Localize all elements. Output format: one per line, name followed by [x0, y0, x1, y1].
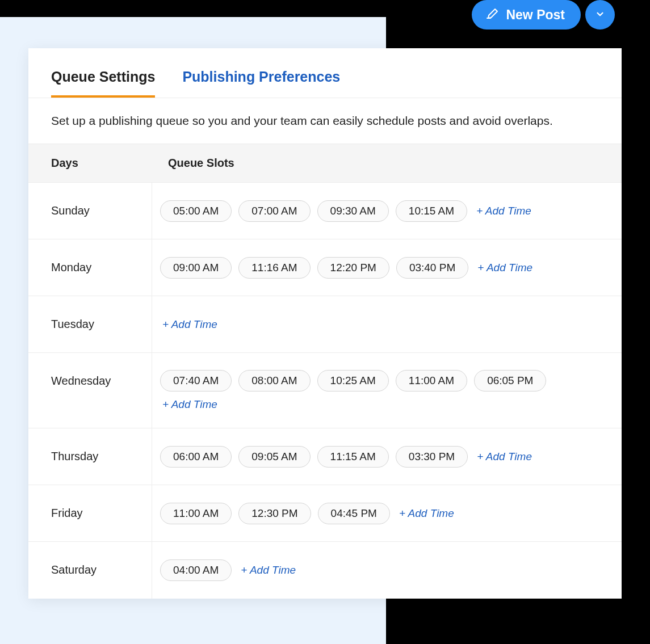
- description-text: Set up a publishing queue so you and you…: [28, 98, 622, 144]
- day-slots: 05:00 AM07:00 AM09:30 AM10:15 AM+ Add Ti…: [152, 183, 622, 239]
- column-header-days: Days: [28, 144, 152, 182]
- day-label: Thursday: [28, 428, 152, 485]
- day-row: Saturday04:00 AM+ Add Time: [28, 542, 622, 599]
- column-header-slots: Queue Slots: [152, 144, 622, 182]
- time-slot-pill[interactable]: 07:40 AM: [160, 370, 232, 392]
- time-slot-pill[interactable]: 11:00 AM: [160, 503, 232, 524]
- day-slots: 09:00 AM11:16 AM12:20 PM03:40 PM+ Add Ti…: [152, 239, 622, 296]
- days-table-body: Sunday05:00 AM07:00 AM09:30 AM10:15 AM+ …: [28, 183, 622, 599]
- day-row: Sunday05:00 AM07:00 AM09:30 AM10:15 AM+ …: [28, 183, 622, 239]
- day-slots: 07:40 AM08:00 AM10:25 AM11:00 AM06:05 PM…: [152, 353, 622, 428]
- time-slot-pill[interactable]: 12:20 PM: [317, 257, 389, 279]
- time-slot-pill[interactable]: 11:00 AM: [396, 370, 467, 392]
- day-label: Friday: [28, 485, 152, 541]
- tab-queue-settings[interactable]: Queue Settings: [51, 69, 155, 98]
- settings-card: Queue Settings Publishing Preferences Se…: [28, 48, 622, 599]
- day-row: Thursday06:00 AM09:05 AM11:15 AM03:30 PM…: [28, 428, 622, 485]
- add-time-link[interactable]: + Add Time: [162, 318, 217, 331]
- pencil-icon: [485, 6, 499, 23]
- time-slot-pill[interactable]: 09:00 AM: [160, 257, 232, 279]
- time-slot-pill[interactable]: 03:40 PM: [396, 257, 468, 279]
- time-slot-pill[interactable]: 08:00 AM: [238, 370, 310, 392]
- time-slot-pill[interactable]: 09:30 AM: [317, 200, 389, 222]
- time-slot-pill[interactable]: 10:25 AM: [317, 370, 389, 392]
- time-slot-pill[interactable]: 03:30 PM: [396, 446, 468, 468]
- time-slot-pill[interactable]: 12:30 PM: [238, 503, 311, 524]
- new-post-label: New Post: [506, 7, 565, 23]
- time-slot-pill[interactable]: 09:05 AM: [238, 446, 310, 468]
- tab-publishing-preferences[interactable]: Publishing Preferences: [182, 69, 340, 98]
- day-label: Wednesday: [28, 353, 152, 428]
- add-time-link[interactable]: + Add Time: [399, 507, 454, 520]
- time-slot-pill[interactable]: 06:05 PM: [474, 370, 546, 392]
- time-slot-pill[interactable]: 11:15 AM: [317, 446, 389, 468]
- time-slot-pill[interactable]: 05:00 AM: [160, 200, 232, 222]
- day-label: Sunday: [28, 183, 152, 239]
- time-slot-pill[interactable]: 11:16 AM: [238, 257, 310, 279]
- time-slot-pill[interactable]: 04:00 AM: [160, 559, 232, 581]
- tabs: Queue Settings Publishing Preferences: [28, 48, 622, 98]
- add-time-link[interactable]: + Add Time: [476, 205, 531, 217]
- time-slot-pill[interactable]: 10:15 AM: [396, 200, 467, 222]
- add-time-link[interactable]: + Add Time: [162, 398, 217, 411]
- chevron-down-icon: [595, 9, 605, 21]
- day-label: Saturday: [28, 542, 152, 599]
- day-slots: 06:00 AM09:05 AM11:15 AM03:30 PM+ Add Ti…: [152, 428, 622, 485]
- day-row: Tuesday+ Add Time: [28, 296, 622, 353]
- new-post-button[interactable]: New Post: [472, 0, 581, 30]
- time-slot-pill[interactable]: 04:45 PM: [318, 503, 390, 524]
- day-slots: 11:00 AM12:30 PM04:45 PM+ Add Time: [152, 485, 622, 541]
- table-header: Days Queue Slots: [28, 144, 622, 183]
- day-label: Tuesday: [28, 296, 152, 352]
- add-time-link[interactable]: + Add Time: [477, 451, 532, 463]
- day-row: Monday09:00 AM11:16 AM12:20 PM03:40 PM+ …: [28, 239, 622, 296]
- new-post-button-group: New Post: [472, 0, 615, 30]
- time-slot-pill[interactable]: 06:00 AM: [160, 446, 232, 468]
- day-row: Friday11:00 AM12:30 PM04:45 PM+ Add Time: [28, 485, 622, 542]
- add-time-link[interactable]: + Add Time: [241, 564, 296, 576]
- time-slot-pill[interactable]: 07:00 AM: [238, 200, 310, 222]
- day-slots: + Add Time: [152, 296, 622, 352]
- add-time-link[interactable]: + Add Time: [477, 262, 532, 274]
- day-row: Wednesday07:40 AM08:00 AM10:25 AM11:00 A…: [28, 353, 622, 428]
- day-slots: 04:00 AM+ Add Time: [152, 542, 622, 599]
- new-post-dropdown-button[interactable]: [585, 0, 615, 30]
- day-label: Monday: [28, 239, 152, 296]
